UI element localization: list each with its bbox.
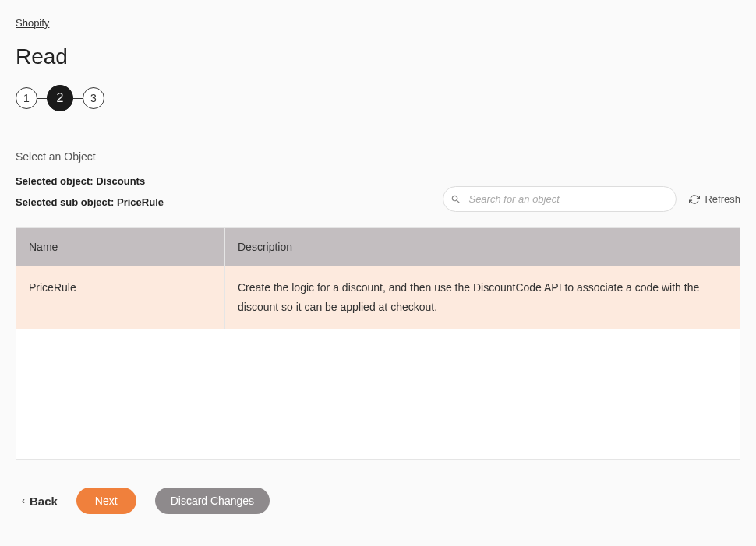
column-header-description: Description	[225, 228, 740, 266]
cell-name: PriceRule	[16, 266, 225, 329]
refresh-button[interactable]: Refresh	[689, 193, 740, 205]
breadcrumb-shopify[interactable]: Shopify	[16, 17, 49, 29]
page-title: Read	[16, 44, 740, 69]
search-input[interactable]	[443, 186, 677, 212]
step-2[interactable]: 2	[47, 85, 73, 111]
chevron-left-icon: ‹	[22, 495, 25, 506]
refresh-label: Refresh	[705, 193, 740, 205]
stepper: 1 2 3	[16, 85, 740, 111]
selected-object-label: Selected object: Discounts	[16, 175, 740, 187]
cell-description: Create the logic for a discount, and the…	[225, 266, 740, 329]
footer-actions: ‹ Back Next Discard Changes	[16, 488, 740, 514]
back-button[interactable]: ‹ Back	[22, 495, 58, 508]
next-button[interactable]: Next	[76, 488, 136, 514]
step-connector	[37, 98, 47, 99]
section-subtitle: Select an Object	[16, 150, 740, 163]
table-header: Name Description	[16, 228, 740, 266]
step-1[interactable]: 1	[16, 87, 37, 109]
refresh-icon	[689, 194, 700, 205]
column-header-name: Name	[16, 228, 225, 266]
discard-button[interactable]: Discard Changes	[155, 488, 270, 514]
back-label: Back	[30, 495, 58, 508]
search-icon	[450, 194, 461, 205]
search-wrapper	[443, 186, 677, 212]
table-row[interactable]: PriceRule Create the logic for a discoun…	[16, 266, 740, 329]
step-3[interactable]: 3	[83, 87, 104, 109]
object-table: Name Description PriceRule Create the lo…	[16, 227, 740, 460]
step-connector	[73, 98, 83, 99]
